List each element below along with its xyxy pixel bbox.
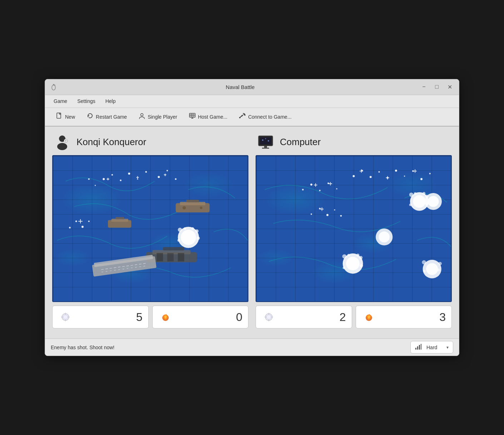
svg-point-96 xyxy=(425,194,429,198)
svg-point-60 xyxy=(63,315,68,319)
connect-button[interactable]: Connect to Game... xyxy=(234,110,296,124)
chevron-down-icon: ▾ xyxy=(446,345,449,350)
svg-point-82 xyxy=(429,173,431,174)
menubar: Game Settings Help xyxy=(45,95,459,108)
svg-rect-16 xyxy=(53,156,248,302)
player1-sunk-count: 0 xyxy=(236,311,242,324)
restart-icon xyxy=(87,112,94,121)
svg-rect-40 xyxy=(115,217,124,219)
main-window: Naval Battle − □ ✕ Game Settings Help Ne… xyxy=(45,79,459,356)
single-player-label: Single Player xyxy=(148,114,177,120)
sunk-icon xyxy=(158,310,173,324)
host-game-label: Host Game... xyxy=(198,114,227,120)
restart-button[interactable]: Restart Game xyxy=(81,110,132,124)
svg-point-67 xyxy=(265,138,266,139)
titlebar: Naval Battle − □ ✕ xyxy=(45,79,459,95)
difficulty-label: Hard xyxy=(426,345,444,350)
svg-point-113 xyxy=(422,260,426,265)
host-game-button[interactable]: Host Game... xyxy=(184,110,232,124)
maximize-button[interactable]: □ xyxy=(432,82,442,92)
player1-score-row: 5 0 xyxy=(52,306,248,328)
svg-rect-34 xyxy=(180,202,205,205)
svg-point-19 xyxy=(112,174,113,176)
svg-point-58 xyxy=(177,239,180,241)
svg-point-117 xyxy=(376,228,392,245)
svg-rect-124 xyxy=(417,346,418,350)
sunk-icon-2 xyxy=(362,310,376,324)
svg-point-52 xyxy=(181,229,196,245)
svg-point-107 xyxy=(347,254,350,256)
player2-name: Computer xyxy=(280,137,321,148)
single-player-button[interactable]: Single Player xyxy=(133,110,182,124)
svg-point-24 xyxy=(158,176,160,178)
svg-rect-70 xyxy=(262,148,269,149)
svg-point-18 xyxy=(103,178,105,180)
svg-point-120 xyxy=(267,315,271,319)
svg-point-51 xyxy=(178,227,199,248)
svg-rect-17 xyxy=(53,156,248,302)
svg-point-84 xyxy=(310,183,312,186)
svg-point-118 xyxy=(379,231,390,242)
svg-point-108 xyxy=(356,253,359,256)
player2-hits-count: 2 xyxy=(340,311,346,324)
svg-point-85 xyxy=(319,189,321,191)
svg-point-87 xyxy=(336,188,337,189)
svg-line-49 xyxy=(101,263,147,270)
svg-point-26 xyxy=(175,178,177,180)
player2-sunk-count: 3 xyxy=(439,311,446,324)
svg-point-23 xyxy=(145,171,147,173)
menu-game[interactable]: Game xyxy=(49,97,71,105)
svg-point-25 xyxy=(167,170,168,171)
menu-settings[interactable]: Settings xyxy=(73,97,100,105)
svg-point-0 xyxy=(52,85,55,90)
svg-point-53 xyxy=(178,228,182,232)
svg-rect-35 xyxy=(186,200,199,202)
svg-point-36 xyxy=(183,206,186,209)
svg-point-93 xyxy=(410,192,429,211)
menu-help[interactable]: Help xyxy=(101,97,120,105)
svg-point-76 xyxy=(378,171,380,172)
player1-board[interactable] xyxy=(52,155,248,302)
svg-point-27 xyxy=(95,185,96,186)
statusbar: Enemy has shot. Shoot now! Hard ▾ xyxy=(45,338,459,356)
difficulty-selector[interactable]: Hard ▾ xyxy=(410,341,453,354)
svg-point-99 xyxy=(426,201,429,204)
svg-point-79 xyxy=(404,176,405,177)
players-row: Konqi Konqueror xyxy=(52,132,452,329)
new-button[interactable]: New xyxy=(51,110,80,124)
svg-rect-33 xyxy=(176,203,210,212)
svg-point-92 xyxy=(340,215,342,217)
player1-section: Konqi Konqueror xyxy=(52,132,248,329)
status-message: Enemy has shot. Shoot now! xyxy=(51,345,114,350)
player2-board[interactable] xyxy=(256,155,452,302)
svg-rect-72 xyxy=(256,156,451,302)
player2-hits-box: 2 xyxy=(256,306,352,328)
svg-point-1 xyxy=(53,84,54,85)
svg-point-101 xyxy=(425,193,442,210)
new-label: New xyxy=(65,114,75,120)
difficulty-bar-icon xyxy=(415,343,421,351)
svg-rect-47 xyxy=(92,256,157,276)
player2-avatar xyxy=(256,132,276,152)
window-title: Naval Battle xyxy=(61,84,419,90)
player1-header: Konqi Konqueror xyxy=(52,132,248,152)
svg-point-104 xyxy=(346,257,360,270)
toolbar: New Restart Game Single Player xyxy=(45,108,459,127)
connect-label: Connect to Game... xyxy=(248,114,291,120)
app-icon xyxy=(49,83,58,91)
minimize-button[interactable]: − xyxy=(419,82,429,92)
connect-icon xyxy=(239,112,246,121)
svg-point-28 xyxy=(88,178,90,180)
svg-point-103 xyxy=(343,253,363,274)
svg-point-30 xyxy=(81,226,84,228)
svg-point-114 xyxy=(438,262,441,265)
hit-icon xyxy=(58,310,73,324)
svg-point-97 xyxy=(414,192,416,194)
svg-rect-42 xyxy=(152,250,191,254)
svg-point-98 xyxy=(423,192,425,195)
svg-point-57 xyxy=(197,236,200,239)
host-game-icon xyxy=(189,112,196,121)
close-button[interactable]: ✕ xyxy=(445,82,455,92)
svg-rect-38 xyxy=(108,220,131,227)
svg-point-102 xyxy=(428,196,439,207)
